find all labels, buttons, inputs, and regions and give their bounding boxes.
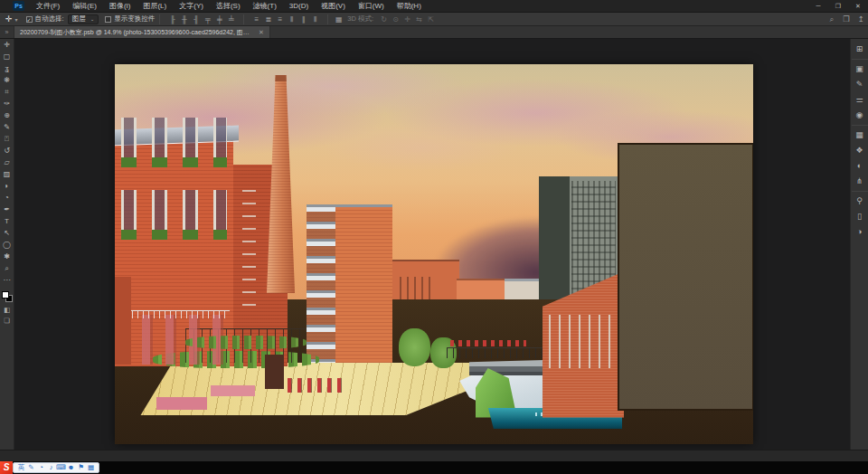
- move-tool[interactable]: ✛: [0, 39, 14, 51]
- mode3d-label: 3D 模式:: [347, 14, 373, 24]
- distribute-right-icon[interactable]: ⫴: [309, 13, 321, 26]
- clone-stamp-tool[interactable]: ⍞: [0, 133, 14, 145]
- minimize-button[interactable]: ─: [808, 0, 828, 13]
- color-swatches[interactable]: [2, 291, 13, 302]
- crop-tool[interactable]: ⌗: [0, 86, 14, 98]
- foreground-color-swatch[interactable]: [2, 291, 9, 299]
- close-button[interactable]: ✕: [848, 0, 868, 13]
- auto-select-checkbox[interactable]: [26, 16, 33, 23]
- eraser-tool[interactable]: ▱: [0, 156, 14, 168]
- menu-item[interactable]: 文件(F): [30, 0, 66, 13]
- panel-libraries-icon[interactable]: ▣: [852, 59, 868, 77]
- edit-toolbar-button[interactable]: ⋯: [0, 274, 14, 286]
- align-left-icon[interactable]: ╟: [166, 13, 178, 26]
- distribute-center-icon[interactable]: ∥: [297, 13, 309, 26]
- panel-paths-icon[interactable]: ⋔: [852, 174, 868, 189]
- auto-select-label: 自动选择:: [35, 14, 64, 24]
- panel-3d-light-icon[interactable]: ⚲: [852, 191, 868, 209]
- align-bottom-icon[interactable]: ╧: [225, 13, 237, 26]
- hand-tool[interactable]: ✱: [0, 251, 14, 262]
- menu-item[interactable]: 图像(I): [103, 0, 137, 13]
- distribute-middle-icon[interactable]: ≣: [262, 13, 274, 26]
- auto-select-dropdown[interactable]: 图层 ⌄: [68, 14, 99, 24]
- menu-item[interactable]: 视图(V): [315, 0, 352, 13]
- align-top-icon[interactable]: ╤: [202, 13, 213, 26]
- ime-pen-icon[interactable]: ✎: [26, 462, 36, 473]
- tab-bar-empty: [270, 26, 868, 38]
- panel-channels-icon[interactable]: ◐: [852, 158, 868, 174]
- lasso-tool[interactable]: ʓ: [0, 62, 14, 74]
- document-tab[interactable]: 20200709-制图小教室.psb @ 14.9% (photo-153005…: [14, 26, 270, 38]
- show-transform-checkbox[interactable]: [105, 16, 111, 23]
- ime-toolbox-icon[interactable]: ▦: [86, 462, 96, 473]
- align-right-icon[interactable]: ╢: [190, 13, 202, 26]
- shape-tool[interactable]: ◯: [0, 239, 14, 251]
- auto-select-value: 图层: [72, 14, 86, 24]
- history-brush-tool[interactable]: ↺: [0, 145, 14, 156]
- align-icon-group: ╟╫╢╤╪╧: [166, 13, 237, 26]
- menu-item[interactable]: 窗口(W): [352, 0, 391, 13]
- dodge-tool[interactable]: ◔: [0, 192, 14, 204]
- type-tool[interactable]: T: [0, 215, 14, 227]
- brush-tool[interactable]: ✎: [0, 121, 14, 133]
- render-red-awnings: [450, 340, 527, 347]
- distribute-top-icon[interactable]: ≡: [250, 13, 262, 26]
- menu-item[interactable]: 滤镜(T): [247, 0, 283, 13]
- document-canvas[interactable]: [115, 64, 753, 444]
- ime-lang-icon[interactable]: 英: [16, 462, 26, 473]
- ime-keyboard-icon[interactable]: ⌨: [56, 462, 66, 473]
- sogou-logo-icon[interactable]: S: [0, 461, 13, 474]
- restore-button[interactable]: ❐: [828, 0, 848, 13]
- quick-selection-tool[interactable]: ❋: [0, 74, 14, 86]
- align-center-h-icon[interactable]: ╫: [178, 13, 190, 26]
- 3d-scale-icon[interactable]: ⇱: [425, 13, 437, 26]
- gradient-tool[interactable]: ▨: [0, 168, 14, 180]
- panel-notes-icon[interactable]: ▯: [852, 209, 868, 224]
- menu-item[interactable]: 3D(D): [283, 0, 315, 13]
- screen-mode-icon[interactable]: ❏: [0, 316, 14, 327]
- distribute-bottom-icon[interactable]: ≡: [274, 13, 286, 26]
- workspace-switcher-icon[interactable]: ❒: [839, 13, 854, 26]
- 3d-rotate-icon[interactable]: ↻: [378, 13, 390, 26]
- healing-brush-tool[interactable]: ⊕: [0, 109, 14, 121]
- pen-tool[interactable]: ✒: [0, 204, 14, 215]
- search-icon[interactable]: ⌕: [825, 13, 839, 26]
- render-window-row: [121, 118, 226, 157]
- ime-clock-icon[interactable]: ◔: [36, 462, 46, 473]
- panel-swatches-icon[interactable]: ▦: [852, 125, 868, 143]
- panel-brush-icon[interactable]: ✎: [852, 77, 868, 92]
- distribute-spacing-icon[interactable]: ▦: [333, 13, 344, 26]
- menu-item[interactable]: 编辑(E): [66, 0, 103, 13]
- canvas-pasteboard: [14, 39, 850, 450]
- blur-tool[interactable]: ◗: [0, 180, 14, 192]
- share-icon[interactable]: ↥: [854, 13, 868, 26]
- panel-layers-icon[interactable]: ❖: [852, 143, 868, 158]
- zoom-tool[interactable]: ⌕: [0, 262, 14, 274]
- panel-history-icon[interactable]: ⊞: [852, 42, 868, 57]
- render-planter-row: [121, 230, 226, 240]
- ime-mic-icon[interactable]: ♪: [46, 462, 56, 473]
- render-vines: [185, 336, 307, 349]
- align-middle-icon[interactable]: ╪: [213, 13, 225, 26]
- menu-item[interactable]: 帮助(H): [391, 0, 428, 13]
- menu-item[interactable]: 图层(L): [137, 0, 173, 13]
- toolbar-collapse-icon[interactable]: »: [0, 26, 14, 38]
- menu-item[interactable]: 文字(Y): [173, 0, 210, 13]
- 3d-slide-icon[interactable]: ⇆: [413, 13, 425, 26]
- menu-item[interactable]: 选择(S): [210, 0, 247, 13]
- tool-preset-caret-icon[interactable]: ▾: [15, 16, 18, 23]
- quick-mask-icon[interactable]: ◧: [0, 305, 14, 316]
- panel-color-icon[interactable]: ◉: [852, 108, 868, 123]
- 3d-pan-icon[interactable]: ✛: [401, 13, 413, 26]
- eyedropper-tool[interactable]: ✑: [0, 98, 14, 109]
- distribute-left-icon[interactable]: ⫴: [286, 13, 297, 26]
- ime-skin-icon[interactable]: ⚑: [76, 462, 86, 473]
- panel-properties-icon[interactable]: ⚌: [852, 92, 868, 108]
- tab-close-icon[interactable]: ✕: [259, 29, 264, 36]
- sogou-ime-bar: S 英✎◔♪⌨☻⚑▦: [0, 461, 99, 474]
- marquee-tool[interactable]: ▢: [0, 51, 14, 62]
- ime-account-icon[interactable]: ☻: [66, 462, 76, 473]
- path-select-tool[interactable]: ↖: [0, 227, 14, 239]
- panel-adjustments-icon[interactable]: ◑: [852, 224, 868, 240]
- 3d-roll-icon[interactable]: ⊙: [390, 13, 401, 26]
